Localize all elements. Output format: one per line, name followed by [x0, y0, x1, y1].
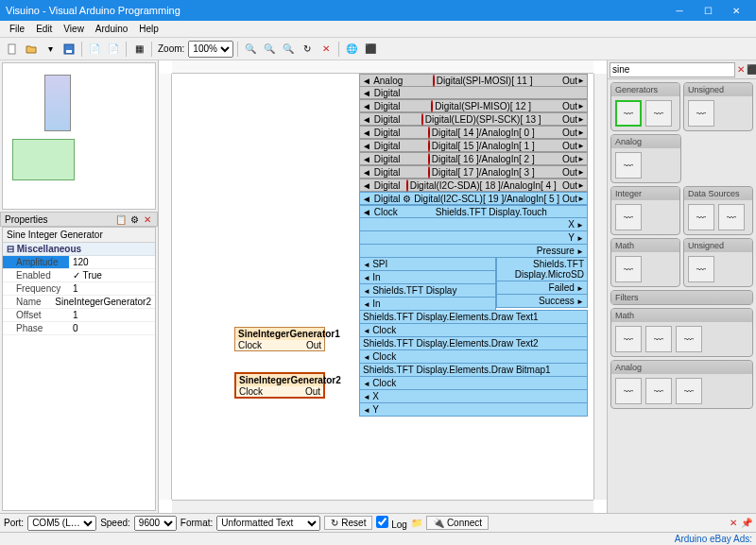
- element-row[interactable]: Shields.TFT Display.Elements.Draw Text1: [359, 310, 588, 324]
- palette-item[interactable]: 〰: [645, 100, 672, 127]
- board-pin-row[interactable]: ◄ AnalogDigital(SPI-MOSI)[ 11 ]Out ►: [359, 74, 588, 87]
- zoom-in-icon[interactable]: 🔍: [242, 41, 259, 58]
- board-pin-row[interactable]: ◄ DigitalDigital(SPI-MISO)[ 12 ]Out ►: [359, 99, 588, 112]
- prop-row-phase[interactable]: Phase0: [3, 322, 155, 335]
- palette-item[interactable]: 〰: [676, 378, 702, 404]
- menu-view[interactable]: View: [58, 22, 90, 36]
- palette-item[interactable]: 〰: [688, 100, 714, 127]
- palette-item[interactable]: 〰: [718, 204, 745, 230]
- tft-in-row[interactable]: ◄ In: [359, 297, 496, 311]
- port-select[interactable]: COM5 (L…: [27, 516, 96, 531]
- delete-icon[interactable]: ✕: [318, 41, 335, 58]
- touch-pin-x: X ►: [359, 217, 588, 231]
- doc2-button[interactable]: 📄: [105, 41, 122, 58]
- prop-row-offset[interactable]: Offset1: [3, 309, 155, 322]
- minimize-button[interactable]: ─: [665, 0, 694, 21]
- menu-help[interactable]: Help: [133, 22, 164, 36]
- board-pin-row[interactable]: ◄ Digital: [359, 86, 588, 99]
- dropdown-icon[interactable]: ▾: [42, 41, 59, 58]
- board-pin-row[interactable]: ◄ DigitalDigital[ 17 ]/AnalogIn[ 3 ]Out …: [359, 165, 588, 179]
- board-pin-row[interactable]: ◄ ClockShields.TFT Display.Touch: [359, 205, 588, 218]
- close-button[interactable]: ✕: [722, 0, 750, 21]
- zoom-select[interactable]: 100%: [188, 41, 233, 58]
- prop-row-name[interactable]: NameSineIntegerGenerator2: [3, 296, 155, 309]
- chip-button[interactable]: ▦: [130, 41, 147, 58]
- log-checkbox[interactable]: Log: [376, 516, 406, 530]
- doc1-button[interactable]: 📄: [86, 41, 103, 58]
- palette-item[interactable]: 〰: [676, 326, 702, 352]
- prop-category[interactable]: ⊟ Miscellaneous: [3, 243, 155, 256]
- save-button[interactable]: [60, 41, 77, 58]
- scrollbar-vertical[interactable]: [593, 74, 607, 500]
- status-ads[interactable]: Arduino eBay Ads:: [675, 534, 752, 544]
- palette-item[interactable]: 〰: [615, 256, 642, 282]
- port-label: Port:: [4, 518, 24, 528]
- palette-item[interactable]: 〰: [688, 256, 714, 282]
- scrollbar-horizontal[interactable]: [172, 500, 593, 513]
- bottom-pin-icon[interactable]: 📌: [741, 518, 752, 528]
- board-pin-row[interactable]: ◄ DigitalDigital(I2C-SDA)[ 18 ]/AnalogIn…: [359, 179, 588, 192]
- palette-item[interactable]: 〰: [645, 378, 672, 404]
- menu-edit[interactable]: Edit: [30, 22, 58, 36]
- ruler-vertical: [159, 74, 172, 500]
- log-path-button[interactable]: 📁: [411, 518, 422, 528]
- palette-item[interactable]: 〰: [645, 326, 672, 352]
- element-x[interactable]: ◄ X: [359, 389, 588, 403]
- microsd-row[interactable]: Shields.TFT Display.MicroSD: [496, 257, 588, 281]
- board-pin-row[interactable]: ◄ DigitalDigital[ 15 ]/AnalogIn[ 1 ]Out …: [359, 139, 588, 152]
- element-row[interactable]: Shields.TFT Display.Elements.Draw Bitmap…: [359, 363, 588, 377]
- prop-sort-icon[interactable]: ⚙: [129, 213, 140, 225]
- palette-search-input[interactable]: [610, 62, 735, 77]
- connect-button[interactable]: 🔌 Connect: [426, 516, 489, 530]
- reset-button[interactable]: ↻ Reset: [324, 516, 372, 530]
- prop-row-amplitude[interactable]: Amplitude120: [3, 256, 155, 269]
- element-clock[interactable]: ◄ Clock: [359, 376, 588, 390]
- tft-row[interactable]: ◄ Shields.TFT Display: [359, 283, 496, 298]
- element-y[interactable]: ◄ Y: [359, 402, 588, 417]
- element-clock[interactable]: ◄ Clock: [359, 323, 588, 337]
- prop-filter-icon[interactable]: ✕: [142, 213, 153, 225]
- spi-row[interactable]: ◄ SPI: [359, 257, 496, 271]
- globe-icon[interactable]: 🌐: [343, 41, 360, 58]
- ruler-horizontal: [172, 60, 593, 74]
- prop-tool-1[interactable]: 📋: [115, 213, 127, 225]
- zoom-fit-icon[interactable]: 🔍: [280, 41, 297, 58]
- tool-icon[interactable]: ⬛: [362, 41, 379, 58]
- palette-group-integer: Integer 〰: [610, 186, 680, 235]
- palette-item[interactable]: 〰: [615, 204, 642, 230]
- palette-item[interactable]: 〰: [615, 378, 642, 404]
- search-clear-icon[interactable]: ✕: [737, 64, 745, 75]
- board-pin-row[interactable]: ◄ DigitalDigital[ 16 ]/AnalogIn[ 2 ]Out …: [359, 152, 588, 165]
- maximize-button[interactable]: ☐: [694, 0, 722, 21]
- format-select[interactable]: Unformatted Text: [216, 516, 320, 531]
- toolbar: ▾ 📄 📄 ▦ Zoom: 100% 🔍 🔍 🔍 ↻ ✕ 🌐 ⬛: [0, 38, 756, 60]
- palette-item[interactable]: 〰: [688, 204, 714, 230]
- arduino-board-block[interactable]: ◄ AnalogDigital(SPI-MOSI)[ 11 ]Out ► ◄ D…: [359, 74, 588, 417]
- board-pin-row[interactable]: ◄ Digital⚙ Digital(I2C-SCL)[ 19 ]/Analog…: [359, 192, 588, 205]
- menu-file[interactable]: File: [4, 22, 30, 36]
- palette-item[interactable]: 〰: [615, 152, 642, 179]
- palette-tool-1[interactable]: ⬛: [747, 64, 756, 75]
- block-sine-gen-1[interactable]: SineIntegerGenerator1 ClockOut: [234, 327, 325, 351]
- spi-in-row[interactable]: ◄ In: [359, 270, 496, 284]
- new-button[interactable]: [4, 41, 21, 58]
- zoom-out-icon[interactable]: 🔍: [261, 41, 278, 58]
- palette-group-generators: Generators 〰 〰: [610, 82, 680, 131]
- bottom-close-icon[interactable]: ✕: [730, 518, 737, 528]
- element-clock[interactable]: ◄ Clock: [359, 349, 588, 364]
- refresh-icon[interactable]: ↻: [299, 41, 316, 58]
- block-sine-gen-2[interactable]: SineIntegerGenerator2 ClockOut: [234, 372, 325, 399]
- overview-panel[interactable]: [2, 62, 156, 210]
- open-button[interactable]: [23, 41, 40, 58]
- board-pin-row[interactable]: ◄ DigitalDigital(LED)(SPI-SCK)[ 13 ]Out …: [359, 112, 588, 126]
- prop-row-enabled[interactable]: Enabled✓ True: [3, 269, 155, 282]
- menu-arduino[interactable]: Arduino: [90, 22, 133, 36]
- board-pin-row[interactable]: ◄ DigitalDigital[ 14 ]/AnalogIn[ 0 ]Out …: [359, 126, 588, 139]
- palette-item[interactable]: 〰: [615, 326, 642, 352]
- prop-row-frequency[interactable]: Frequency1: [3, 282, 155, 296]
- palette-item[interactable]: 〰: [615, 100, 642, 127]
- canvas[interactable]: SineIntegerGenerator1 ClockOut SineInteg…: [172, 74, 593, 500]
- speed-select[interactable]: 9600: [134, 516, 177, 531]
- element-row[interactable]: Shields.TFT Display.Elements.Draw Text2: [359, 336, 588, 350]
- palette-group-analog: Analog 〰: [610, 134, 681, 183]
